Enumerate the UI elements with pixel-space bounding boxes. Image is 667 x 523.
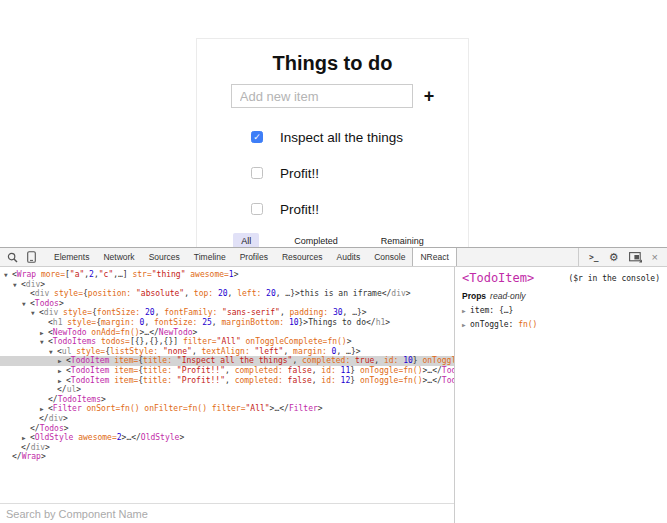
- prop-row[interactable]: ▶onToggle: fn(): [462, 320, 660, 329]
- tree-row[interactable]: ▼<div>: [0, 280, 454, 290]
- tab-sources[interactable]: Sources: [142, 248, 187, 266]
- component-tree: ▼<Wrap more=["a",2,"c",…] str="thing" aw…: [0, 267, 454, 462]
- tree-row[interactable]: ▼<Todos>: [0, 299, 454, 309]
- props-label: Props: [462, 291, 486, 301]
- tree-row[interactable]: <div style={position: "absolute", top: 2…: [0, 289, 454, 299]
- tree-row[interactable]: </div>: [0, 443, 454, 453]
- settings-gear-icon[interactable]: ⚙: [609, 252, 619, 263]
- tree-row[interactable]: ▶<NewTodo onAdd=fn()>…</NewTodo>: [0, 328, 454, 338]
- expander-open-icon[interactable]: ▼: [31, 308, 39, 318]
- prop-name: onToggle:: [470, 320, 518, 329]
- checkbox-unchecked-icon[interactable]: [251, 167, 263, 179]
- expander-open-icon[interactable]: ▼: [22, 299, 30, 309]
- tab-audits[interactable]: Audits: [330, 248, 368, 266]
- expander-closed-icon[interactable]: ▶: [462, 307, 470, 314]
- tab-profiles[interactable]: Profiles: [233, 248, 275, 266]
- tab-resources[interactable]: Resources: [275, 248, 330, 266]
- add-item-input[interactable]: [231, 84, 413, 108]
- toolbar-right-controls: >_ ⚙ ×: [578, 248, 667, 266]
- tree-row[interactable]: ▼<Wrap more=["a",2,"c",…] str="thing" aw…: [0, 270, 454, 280]
- todo-item: ✓Inspect all the things: [251, 130, 468, 144]
- prop-name: item:: [470, 306, 499, 315]
- tree-row[interactable]: </Wrap>: [0, 452, 454, 462]
- prop-value: {…}: [499, 306, 513, 315]
- tree-row[interactable]: ▼<ul style={listStyle: "none", textAlign…: [0, 347, 454, 357]
- expander-closed-icon[interactable]: ▶: [58, 376, 66, 386]
- props-header: <TodoItem> ($r in the console): [462, 271, 660, 285]
- tab-network[interactable]: Network: [96, 248, 141, 266]
- tree-row[interactable]: ▶<TodoItem item={title: "Profit!!", comp…: [0, 366, 454, 376]
- expander-closed-icon[interactable]: ▶: [40, 404, 48, 414]
- inspect-element-icon[interactable]: [7, 252, 18, 263]
- expander-closed-icon[interactable]: ▶: [22, 433, 30, 443]
- tab-console[interactable]: Console: [367, 248, 412, 266]
- app-iframe: Things to do + ✓Inspect all the thingsPr…: [196, 38, 469, 247]
- tab-elements[interactable]: Elements: [47, 248, 96, 266]
- browser-page-region: Things to do + ✓Inspect all the thingsPr…: [0, 0, 667, 247]
- props-panel: <TodoItem> ($r in the console) Propsread…: [455, 267, 667, 523]
- tree-row[interactable]: <h1 style={margin: 0, fontSize: 25, marg…: [0, 318, 454, 328]
- todo-item: Profit!!: [251, 166, 468, 180]
- expander-open-icon[interactable]: ▼: [13, 280, 21, 290]
- expander-open-icon[interactable]: ▼: [49, 347, 57, 357]
- expander-open-icon[interactable]: ▼: [40, 337, 48, 347]
- expander-closed-icon[interactable]: ▶: [40, 328, 48, 338]
- todo-label: Inspect all the things: [280, 130, 403, 145]
- tree-row[interactable]: ▼<TodoItems todos=[{},{},{}] filter="All…: [0, 337, 454, 347]
- devtools-main: ▼<Wrap more=["a",2,"c",…] str="thing" aw…: [0, 267, 667, 523]
- devtools-panel: ElementsNetworkSourcesTimelineProfilesRe…: [0, 247, 667, 523]
- dock-side-icon[interactable]: [629, 252, 642, 263]
- props-section-label: Propsread-only: [462, 291, 660, 301]
- add-item-button[interactable]: +: [424, 87, 435, 105]
- prop-row[interactable]: ▶item: {…}: [462, 306, 660, 315]
- component-tree-pane: ▼<Wrap more=["a",2,"c",…] str="thing" aw…: [0, 267, 455, 523]
- tree-row[interactable]: ▶<TodoItem item={title: "Inspect all the…: [0, 356, 454, 366]
- props-list: ▶item: {…}▶onToggle: fn(): [462, 306, 660, 329]
- close-icon[interactable]: ×: [652, 252, 658, 263]
- tree-row[interactable]: ▶<TodoItem item={title: "Profit!!", comp…: [0, 376, 454, 386]
- tab-timeline[interactable]: Timeline: [187, 248, 233, 266]
- devtools-tabs: ElementsNetworkSourcesTimelineProfilesRe…: [47, 248, 457, 266]
- tree-row[interactable]: </TodoItems>: [0, 395, 454, 405]
- component-search-bar: [0, 503, 454, 523]
- tree-row[interactable]: </Todos>: [0, 424, 454, 434]
- app-title: Things to do: [197, 52, 468, 75]
- tree-row[interactable]: </div>: [0, 414, 454, 424]
- checkbox-unchecked-icon[interactable]: [251, 203, 263, 215]
- todo-item: Profit!!: [251, 202, 468, 216]
- expander-closed-icon[interactable]: ▶: [462, 321, 470, 328]
- todo-label: Profit!!: [280, 166, 319, 181]
- expander-closed-icon[interactable]: ▶: [58, 366, 66, 376]
- todo-label: Profit!!: [280, 202, 319, 217]
- checkbox-checked-icon[interactable]: ✓: [251, 131, 263, 143]
- selected-component-tag: <TodoItem>: [462, 271, 534, 285]
- expander-closed-icon[interactable]: ▶: [58, 356, 66, 366]
- tab-nreact[interactable]: NReact: [412, 248, 456, 266]
- component-search-input[interactable]: [0, 504, 454, 523]
- console-drawer-icon[interactable]: >_: [589, 253, 599, 262]
- tree-row[interactable]: ▼<div style={fontSize: 20, fontFamily: "…: [0, 308, 454, 318]
- tree-row[interactable]: </ul>: [0, 385, 454, 395]
- todo-list: ✓Inspect all the thingsProfit!!Profit!!: [197, 130, 468, 216]
- props-readonly-label: read-only: [490, 291, 525, 301]
- device-mode-icon[interactable]: [27, 251, 36, 263]
- prop-value: fn(): [518, 320, 537, 329]
- tree-row[interactable]: ▶<OldStyle awesome=2>…</OldStyle>: [0, 433, 454, 443]
- devtools-toolbar: ElementsNetworkSourcesTimelineProfilesRe…: [0, 248, 667, 267]
- add-item-row: +: [197, 84, 468, 108]
- tree-row[interactable]: ▶<Filter onSort=fn() onFilter=fn() filte…: [0, 404, 454, 414]
- console-hint-label: ($r in the console): [568, 274, 660, 283]
- expander-open-icon[interactable]: ▼: [4, 270, 12, 280]
